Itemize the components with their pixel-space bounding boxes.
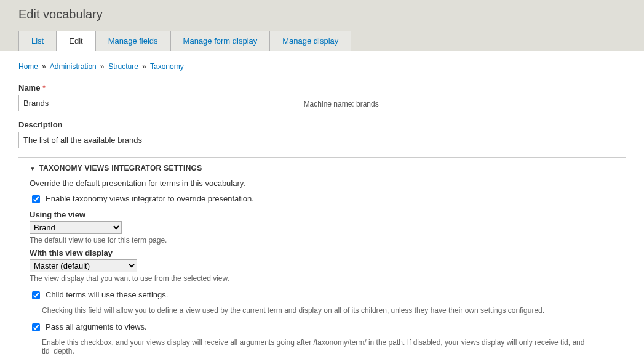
- tab-manage-display[interactable]: Manage display: [270, 31, 351, 51]
- pass-args-block: Pass all arguments to views. Enable this…: [30, 322, 614, 355]
- breadcrumb-home[interactable]: Home: [18, 62, 38, 71]
- primary-tabs: List Edit Manage fields Manage form disp…: [18, 30, 626, 51]
- pass-args-checkbox[interactable]: [32, 323, 40, 331]
- tvi-fieldset: ▼ TAXONOMY VIEWS INTEGRATOR SETTINGS Ove…: [18, 157, 626, 356]
- child-label[interactable]: Child terms will use these settings.: [46, 290, 168, 299]
- tvi-legend[interactable]: ▼ TAXONOMY VIEWS INTEGRATOR SETTINGS: [30, 164, 614, 172]
- display-desc: The view display that you want to use fr…: [30, 274, 614, 283]
- display-label: With this view display: [30, 248, 614, 257]
- tvi-enable-label[interactable]: Enable taxonomy views integrator to over…: [46, 194, 254, 203]
- tvi-enable-checkbox[interactable]: [32, 195, 40, 203]
- collapse-arrow-icon: ▼: [30, 165, 36, 172]
- display-select[interactable]: Master (default): [30, 259, 137, 272]
- breadcrumb-taxonomy[interactable]: Taxonomy: [150, 62, 184, 71]
- page-title: Edit vocabulary: [18, 7, 626, 22]
- breadcrumb-sep: »: [142, 62, 146, 71]
- description-label: Description: [18, 120, 626, 129]
- name-row: Name * Machine name: brands: [18, 83, 626, 111]
- child-row: Child terms will use these settings.: [30, 290, 614, 301]
- machine-name-value: brands: [356, 100, 379, 108]
- tvi-legend-text: TAXONOMY VIEWS INTEGRATOR SETTINGS: [39, 164, 202, 172]
- tab-list[interactable]: List: [18, 31, 57, 51]
- breadcrumb-structure[interactable]: Structure: [108, 62, 138, 71]
- breadcrumb: Home » Administration » Structure » Taxo…: [18, 62, 626, 71]
- child-desc: Checking this field will allow you to de…: [42, 306, 614, 315]
- using-view-desc: The default view to use for this term pa…: [30, 236, 614, 245]
- tvi-intro: Override the default presentation for te…: [30, 179, 614, 188]
- description-input[interactable]: [18, 132, 295, 148]
- description-row: Description: [18, 120, 626, 148]
- machine-name: Machine name: brands: [304, 100, 379, 108]
- tvi-enable-row: Enable taxonomy views integrator to over…: [30, 194, 614, 205]
- breadcrumb-admin[interactable]: Administration: [50, 62, 97, 71]
- pass-args-label[interactable]: Pass all arguments to views.: [46, 322, 147, 331]
- child-checkbox[interactable]: [32, 291, 40, 299]
- breadcrumb-sep: »: [100, 62, 105, 71]
- header-bar: Edit vocabulary List Edit Manage fields …: [0, 0, 644, 51]
- using-view-select[interactable]: Brand: [30, 221, 122, 234]
- required-marker: *: [42, 83, 46, 92]
- tab-manage-form-display[interactable]: Manage form display: [171, 31, 271, 51]
- pass-args-row: Pass all arguments to views.: [30, 322, 614, 333]
- tab-edit[interactable]: Edit: [57, 31, 95, 51]
- name-input[interactable]: [18, 95, 295, 111]
- pass-args-desc: Enable this checkbox, and your views dis…: [42, 338, 614, 355]
- name-label-text: Name: [18, 83, 40, 92]
- content: Home » Administration » Structure » Taxo…: [0, 51, 644, 356]
- breadcrumb-sep: »: [42, 62, 46, 71]
- child-block: Child terms will use these settings. Che…: [30, 290, 614, 315]
- tab-manage-fields[interactable]: Manage fields: [96, 31, 171, 51]
- name-label: Name *: [18, 83, 626, 92]
- using-view-label: Using the view: [30, 210, 614, 219]
- machine-name-label: Machine name:: [304, 100, 354, 108]
